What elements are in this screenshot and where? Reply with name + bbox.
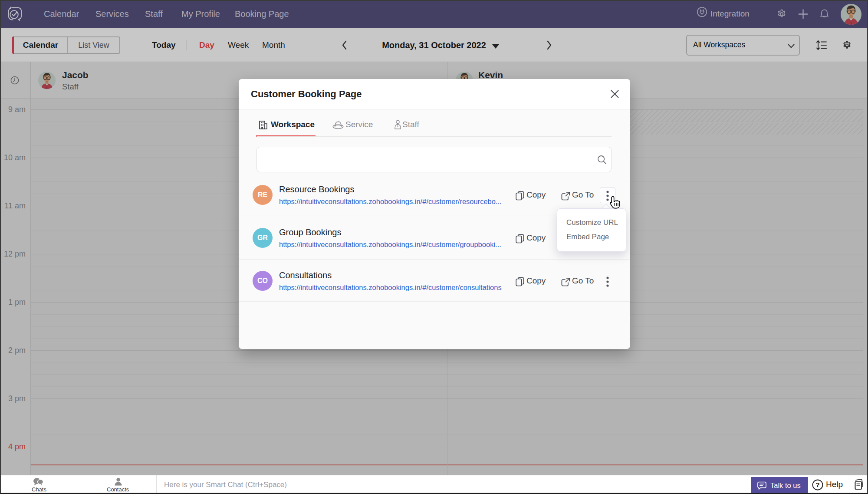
svg-text:?: ?: [815, 481, 819, 488]
